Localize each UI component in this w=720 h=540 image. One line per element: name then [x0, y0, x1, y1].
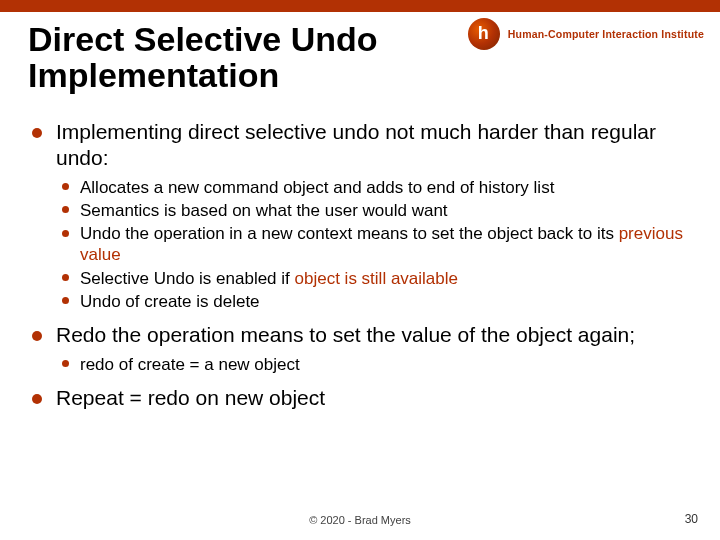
list-item: Redo the operation means to set the valu…: [28, 322, 692, 375]
bullet-text: Allocates a new command object and adds …: [80, 178, 554, 197]
bullet-sublist: Allocates a new command object and adds …: [56, 177, 692, 313]
bullet-text-highlight: object is still available: [295, 269, 458, 288]
footer-copyright: © 2020 - Brad Myers: [0, 514, 720, 526]
bullet-text-pre: Undo the operation in a new context mean…: [80, 224, 619, 243]
bullet-text: Repeat = redo on new object: [56, 386, 325, 409]
bullet-text: Redo the operation means to set the valu…: [56, 323, 635, 346]
list-item: Repeat = redo on new object: [28, 385, 692, 411]
slide-title: Direct Selective Undo Implementation: [28, 22, 692, 93]
list-item: Selective Undo is enabled if object is s…: [56, 268, 692, 289]
list-item: Allocates a new command object and adds …: [56, 177, 692, 198]
slide-top-accent: [0, 0, 720, 12]
list-item: Undo the operation in a new context mean…: [56, 223, 692, 266]
list-item: Implementing direct selective undo not m…: [28, 119, 692, 312]
bullet-text: redo of create = a new object: [80, 355, 300, 374]
slide-content: Direct Selective Undo Implementation Imp…: [28, 22, 692, 417]
bullet-text: Undo of create is delete: [80, 292, 260, 311]
page-number: 30: [685, 512, 698, 526]
list-item: redo of create = a new object: [56, 354, 692, 375]
bullet-list: Implementing direct selective undo not m…: [28, 119, 692, 410]
bullet-sublist: redo of create = a new object: [56, 354, 692, 375]
list-item: Undo of create is delete: [56, 291, 692, 312]
bullet-text: Semantics is based on what the user woul…: [80, 201, 448, 220]
bullet-text-pre: Selective Undo is enabled if: [80, 269, 295, 288]
bullet-text: Implementing direct selective undo not m…: [56, 120, 656, 169]
list-item: Semantics is based on what the user woul…: [56, 200, 692, 221]
